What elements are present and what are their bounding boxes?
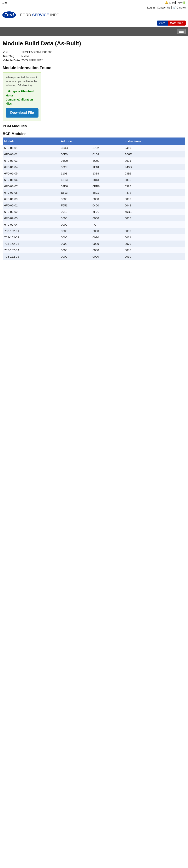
contact-us-link[interactable]: Contact Us xyxy=(157,6,171,9)
table-row: 6F0-01-04002F1E01F43D xyxy=(3,164,185,170)
pcm-heading: PCM Modules xyxy=(3,124,185,128)
cell-addr2: FC xyxy=(91,221,123,228)
cell-module: 6F0-02-01 xyxy=(3,202,60,209)
header-service: SERVICE xyxy=(32,13,49,17)
table-row: 6F0-02-01F55104000043 xyxy=(3,202,185,209)
table-row: 6F0-01-06E8138813881B xyxy=(3,177,185,183)
cell-module: 6F0-01-04 xyxy=(3,164,60,170)
cell-module: 703-162-04 xyxy=(3,247,60,253)
module-info-heading: Module Information Found xyxy=(3,66,185,70)
cell-addr1: 0010 xyxy=(60,209,91,215)
cell-module: 6F0-01-01 xyxy=(3,145,60,151)
header-ford: FORD xyxy=(20,13,32,17)
cell-instructions: F477 xyxy=(123,189,185,196)
col-header-instructions: Instructions xyxy=(123,137,185,145)
info-box-text: When prompted, be sure to save or copy t… xyxy=(6,75,38,88)
cart-icon: 🛒 xyxy=(173,6,176,9)
cell-module: 703-162-05 xyxy=(3,253,60,260)
top-nav: Log In | Contact Us | 🛒 Cart (0) xyxy=(0,5,188,10)
status-time: 1:55 xyxy=(2,1,7,4)
login-link[interactable]: Log In xyxy=(147,6,155,9)
cell-addr2: 0000 xyxy=(91,241,123,247)
cell-module: 6F0-01-05 xyxy=(3,170,60,177)
cell-addr2: 5F00 xyxy=(91,209,123,215)
cell-addr2: 1388 xyxy=(91,170,123,177)
table-row: 703-162-03000000000070 xyxy=(3,241,185,247)
table-row: 6F0-02-040000FC xyxy=(3,221,185,228)
vin-row: VIN 1FMEE5DP4MLB06706 xyxy=(3,50,54,54)
hamburger-menu-button[interactable] xyxy=(177,29,186,34)
cell-addr2: 1E01 xyxy=(91,164,123,170)
cell-addr1: 03C0 xyxy=(60,157,91,164)
cell-addr2: 0000 xyxy=(91,196,123,202)
col-header-module: Module xyxy=(3,137,60,145)
cell-instructions: 0070 xyxy=(123,241,185,247)
cell-module: 703-162-02 xyxy=(3,234,60,241)
cell-addr2: 8702 xyxy=(91,145,123,151)
bce-table: Module Address Instructions 6F0-01-01083… xyxy=(3,137,185,260)
site-header: Ford FORD SERVICE INFO xyxy=(0,10,188,19)
table-row: 6F0-02-03550500000055 xyxy=(3,215,185,221)
cell-instructions: F43D xyxy=(123,164,185,170)
cell-instructions: 0090 xyxy=(123,253,185,260)
cell-module: 6F0-01-09 xyxy=(3,196,60,202)
cell-module: 6F0-02-03 xyxy=(3,215,60,221)
header-divider xyxy=(18,11,18,19)
cell-addr2: 0000 xyxy=(91,253,123,260)
table-row: 6F0-02-0200105F0055BE xyxy=(3,209,185,215)
cell-addr2: 8801 xyxy=(91,189,123,196)
info-box: When prompted, be sure to save or copy t… xyxy=(3,72,41,120)
table-row: 703-162-05000000000090 xyxy=(3,253,185,260)
download-file-button[interactable]: Download File xyxy=(6,108,38,118)
cell-addr1: 5505 xyxy=(60,215,91,221)
ford-brand-text: Ford xyxy=(159,22,165,25)
status-bar: 1:55 🔔 ⚠ 5G▌ 75%🔋 xyxy=(0,0,188,5)
table-row: 6F0-01-051108138803B3 xyxy=(3,170,185,177)
cell-addr2: 0000 xyxy=(91,247,123,253)
cell-instructions: 2621 xyxy=(123,157,185,164)
cell-instructions: 0050 xyxy=(123,228,185,234)
cell-module: 6F0-01-02 xyxy=(3,151,60,157)
table-row: 703-162-02000000100061 xyxy=(3,234,185,241)
cell-instructions: 55BE xyxy=(123,209,185,215)
ford-logo-text: Ford xyxy=(4,12,14,18)
cell-addr1: 002F xyxy=(60,164,91,170)
separator-1: | xyxy=(155,6,156,9)
table-body: 6F0-01-01083C870294596F0-01-0200E00104B0… xyxy=(3,145,185,260)
table-row: 703-162-01000000000050 xyxy=(3,228,185,234)
header-title: FORD SERVICE INFO xyxy=(20,13,60,17)
cell-instructions: 0055 xyxy=(123,215,185,221)
hamburger-line-3 xyxy=(179,32,184,33)
ford-logo: Ford xyxy=(2,11,16,19)
cell-addr1: 083C xyxy=(60,145,91,151)
table-row: 6F0-01-0702D00BB80396 xyxy=(3,183,185,189)
cell-addr1: 0000 xyxy=(60,196,91,202)
cell-addr1: E813 xyxy=(60,177,91,183)
page-content: Module Build Data (As-Built) VIN 1FMEE5D… xyxy=(0,36,188,264)
cell-addr2: 0BB8 xyxy=(91,183,123,189)
vehicle-info: VIN 1FMEE5DP4MLB06706 Tear Tag NYF4 Vehi… xyxy=(3,50,185,62)
cell-addr1: 00E0 xyxy=(60,151,91,157)
cell-addr1: 1108 xyxy=(60,170,91,177)
separator-2: | xyxy=(171,6,172,9)
vin-label: VIN xyxy=(3,50,21,54)
cell-module: 6F0-01-08 xyxy=(3,189,60,196)
table-header-row: Module Address Instructions xyxy=(3,137,185,145)
cell-instructions: 0000 xyxy=(123,196,185,202)
cell-addr2: 0400 xyxy=(91,202,123,209)
cell-instructions: 881B xyxy=(123,177,185,183)
cart-link[interactable]: 🛒 Cart (0) xyxy=(173,6,186,9)
cell-addr1: 0000 xyxy=(60,241,91,247)
ford-brand-logo: Ford xyxy=(157,21,168,26)
main-nav xyxy=(0,27,188,36)
cell-module: 6F0-01-07 xyxy=(3,183,60,189)
col-header-address: Address xyxy=(60,137,123,145)
status-icons: 🔔 ⚠ 5G▌ 75%🔋 xyxy=(165,1,186,4)
tear-tag-value: NYF4 xyxy=(21,54,54,58)
cell-addr1: F551 xyxy=(60,202,91,209)
cell-addr1: 02D0 xyxy=(60,183,91,189)
tear-tag-label: Tear Tag xyxy=(3,54,21,58)
cell-addr1: 0000 xyxy=(60,253,91,260)
cell-addr1: 0000 xyxy=(60,221,91,228)
cell-instructions xyxy=(123,221,185,228)
